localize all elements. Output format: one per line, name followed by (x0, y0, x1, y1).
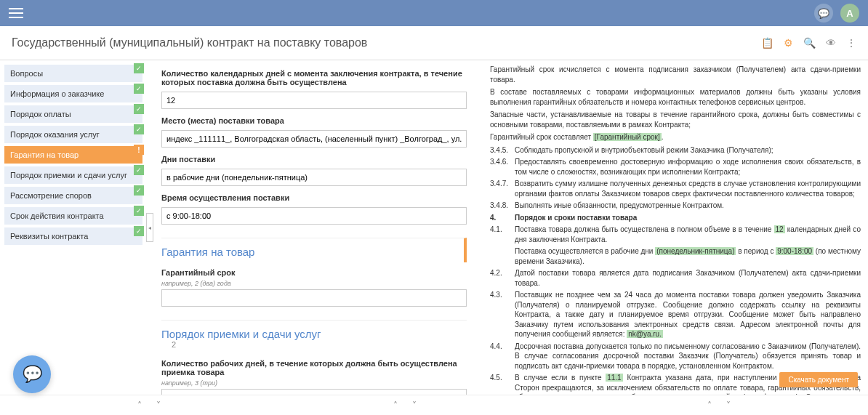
sidebar-item-8[interactable]: Реквизиты контракта✓ (4, 227, 142, 245)
chat-header-icon[interactable]: 💬 (814, 4, 833, 23)
check-icon: ✓ (134, 226, 144, 236)
days-delivery-input[interactable] (161, 92, 467, 109)
chat-fab-icon[interactable]: 💬 (13, 355, 51, 393)
avatar[interactable]: А (840, 4, 859, 23)
page-title: Государственный (муниципальный) контракт… (7, 32, 757, 54)
check-icon: ✓ (134, 165, 144, 175)
download-button[interactable]: Скачать документ (779, 372, 858, 387)
prev-left[interactable]: ˄ (137, 400, 142, 411)
sidebar-item-6[interactable]: Рассмотрение споров✓ (4, 187, 142, 204)
preview-panel: Гарантийный срок исчисляется с момента п… (483, 60, 868, 395)
sidebar: Вопросы✓Информация о заказчике✓Порядок о… (0, 60, 145, 395)
field-hint: например, 2 (два) года (161, 280, 467, 287)
days-input[interactable] (161, 169, 467, 186)
sidebar-item-0[interactable]: Вопросы✓ (4, 65, 142, 82)
more-icon[interactable]: ⋮ (846, 37, 856, 49)
collapse-sidebar[interactable]: ◂ (146, 213, 153, 242)
check-icon: ✓ (134, 63, 144, 73)
clipboard-icon[interactable]: 📋 (761, 37, 773, 49)
search-icon[interactable]: 🔍 (803, 37, 816, 49)
field-label: Гарантийный срок (161, 268, 467, 277)
time-input[interactable] (161, 207, 467, 225)
sidebar-item-2[interactable]: Порядок оплаты✓ (4, 105, 142, 123)
field-label: Количество календарных дней с момента за… (161, 69, 467, 86)
form-panel: Количество календарных дней с момента за… (154, 60, 474, 395)
check-icon: ✓ (134, 124, 144, 134)
place-input[interactable] (161, 130, 467, 148)
check-icon: ✓ (134, 104, 144, 114)
next-left[interactable]: ˅ (156, 400, 161, 411)
sidebar-item-3[interactable]: Порядок оказания услуг✓ (4, 126, 142, 143)
next-mid[interactable]: ˅ (412, 400, 417, 411)
sidebar-item-4[interactable]: Гарантия на товар! (4, 146, 142, 164)
sidebar-item-5[interactable]: Порядок приемки и сдачи услуг✓ (4, 166, 142, 184)
section-warranty: Гарантия на товар (161, 238, 467, 262)
prev-right[interactable]: ˄ (707, 400, 712, 411)
check-icon: ✓ (134, 84, 144, 94)
eye-icon[interactable]: 👁 (826, 37, 836, 49)
sidebar-item-1[interactable]: Информация о заказчике✓ (4, 85, 142, 102)
filter-icon[interactable]: ⚙ (784, 37, 793, 49)
warn-icon: ! (134, 145, 144, 155)
check-icon: ✓ (134, 206, 144, 216)
field-label: Место (места) поставки товара (161, 116, 467, 125)
field-label: Количество рабочих дней, в течение котор… (161, 359, 467, 376)
field-label: Дни поставки (161, 155, 467, 164)
field-hint: например, 3 (три) (161, 379, 467, 387)
menu-icon[interactable] (9, 8, 23, 18)
section-acceptance: Порядок приемки и сдачи услуг 2 (161, 320, 467, 353)
warranty-input[interactable] (161, 289, 467, 307)
prev-mid[interactable]: ˄ (393, 400, 398, 411)
next-right[interactable]: ˅ (726, 400, 731, 411)
field-label: Время осуществления поставки (161, 193, 467, 202)
check-icon: ✓ (134, 185, 144, 196)
sidebar-item-7[interactable]: Срок действия контракта✓ (4, 207, 142, 225)
accept-days-input[interactable] (161, 389, 467, 395)
